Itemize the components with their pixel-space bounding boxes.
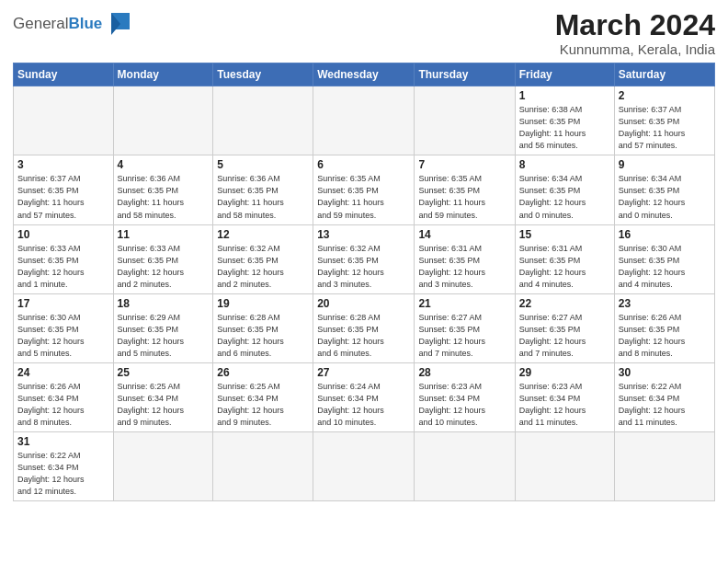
day-info: Sunrise: 6:38 AM Sunset: 6:35 PM Dayligh… xyxy=(519,104,610,152)
day-info: Sunrise: 6:23 AM Sunset: 6:34 PM Dayligh… xyxy=(519,381,610,429)
calendar-cell: 17Sunrise: 6:30 AM Sunset: 6:35 PM Dayli… xyxy=(14,293,114,362)
day-info: Sunrise: 6:31 AM Sunset: 6:35 PM Dayligh… xyxy=(418,243,510,291)
calendar-cell: 6Sunrise: 6:35 AM Sunset: 6:35 PM Daylig… xyxy=(313,155,415,224)
calendar-cell: 27Sunrise: 6:24 AM Sunset: 6:34 PM Dayli… xyxy=(313,362,415,431)
calendar-week-row: 31Sunrise: 6:22 AM Sunset: 6:34 PM Dayli… xyxy=(14,432,715,501)
calendar-cell xyxy=(14,86,114,155)
day-number: 27 xyxy=(317,366,410,379)
day-info: Sunrise: 6:22 AM Sunset: 6:34 PM Dayligh… xyxy=(619,381,711,429)
calendar-cell: 7Sunrise: 6:35 AM Sunset: 6:35 PM Daylig… xyxy=(415,155,515,224)
calendar-table: SundayMondayTuesdayWednesdayThursdayFrid… xyxy=(13,63,715,501)
calendar-cell: 25Sunrise: 6:25 AM Sunset: 6:34 PM Dayli… xyxy=(113,362,213,431)
day-number: 26 xyxy=(217,366,309,379)
day-info: Sunrise: 6:37 AM Sunset: 6:35 PM Dayligh… xyxy=(17,173,109,221)
calendar-subtitle: Kunnumma, Kerala, India xyxy=(555,41,715,57)
weekday-header-sunday: Sunday xyxy=(14,63,114,86)
calendar-cell xyxy=(313,432,415,501)
weekday-header-thursday: Thursday xyxy=(415,63,515,86)
day-number: 31 xyxy=(17,435,109,448)
day-number: 19 xyxy=(217,297,309,310)
calendar-week-row: 3Sunrise: 6:37 AM Sunset: 6:35 PM Daylig… xyxy=(14,155,715,224)
day-number: 5 xyxy=(217,158,309,171)
day-info: Sunrise: 6:33 AM Sunset: 6:35 PM Dayligh… xyxy=(17,243,109,291)
calendar-cell: 13Sunrise: 6:32 AM Sunset: 6:35 PM Dayli… xyxy=(313,224,415,293)
calendar-cell: 28Sunrise: 6:23 AM Sunset: 6:34 PM Dayli… xyxy=(415,362,515,431)
calendar-cell: 9Sunrise: 6:34 AM Sunset: 6:35 PM Daylig… xyxy=(614,155,714,224)
calendar-cell: 29Sunrise: 6:23 AM Sunset: 6:34 PM Dayli… xyxy=(515,362,614,431)
day-info: Sunrise: 6:36 AM Sunset: 6:35 PM Dayligh… xyxy=(118,173,210,221)
day-number: 15 xyxy=(519,228,610,241)
calendar-cell: 14Sunrise: 6:31 AM Sunset: 6:35 PM Dayli… xyxy=(415,224,515,293)
day-info: Sunrise: 6:32 AM Sunset: 6:35 PM Dayligh… xyxy=(217,243,309,291)
calendar-cell: 1Sunrise: 6:38 AM Sunset: 6:35 PM Daylig… xyxy=(515,86,614,155)
day-info: Sunrise: 6:35 AM Sunset: 6:35 PM Dayligh… xyxy=(418,173,510,221)
logo: GeneralBlue xyxy=(13,9,133,39)
weekday-header-wednesday: Wednesday xyxy=(313,63,415,86)
calendar-cell xyxy=(415,86,515,155)
calendar-cell: 15Sunrise: 6:31 AM Sunset: 6:35 PM Dayli… xyxy=(515,224,614,293)
calendar-cell: 18Sunrise: 6:29 AM Sunset: 6:35 PM Dayli… xyxy=(113,293,213,362)
day-number: 4 xyxy=(118,158,210,171)
day-info: Sunrise: 6:23 AM Sunset: 6:34 PM Dayligh… xyxy=(418,381,510,429)
calendar-cell xyxy=(213,432,313,501)
day-number: 7 xyxy=(418,158,510,171)
calendar-week-row: 24Sunrise: 6:26 AM Sunset: 6:34 PM Dayli… xyxy=(14,362,715,431)
calendar-cell: 16Sunrise: 6:30 AM Sunset: 6:35 PM Dayli… xyxy=(614,224,714,293)
day-info: Sunrise: 6:26 AM Sunset: 6:34 PM Dayligh… xyxy=(17,381,109,429)
calendar-cell: 11Sunrise: 6:33 AM Sunset: 6:35 PM Dayli… xyxy=(113,224,213,293)
day-info: Sunrise: 6:32 AM Sunset: 6:35 PM Dayligh… xyxy=(317,243,410,291)
calendar-cell xyxy=(213,86,313,155)
calendar-cell: 3Sunrise: 6:37 AM Sunset: 6:35 PM Daylig… xyxy=(14,155,114,224)
day-info: Sunrise: 6:36 AM Sunset: 6:35 PM Dayligh… xyxy=(217,173,309,221)
weekday-header-saturday: Saturday xyxy=(614,63,714,86)
day-info: Sunrise: 6:34 AM Sunset: 6:35 PM Dayligh… xyxy=(519,173,610,221)
day-number: 20 xyxy=(317,297,410,310)
calendar-cell xyxy=(415,432,515,501)
calendar-cell xyxy=(614,432,714,501)
day-number: 29 xyxy=(519,366,610,379)
day-number: 1 xyxy=(519,89,610,102)
day-info: Sunrise: 6:30 AM Sunset: 6:35 PM Dayligh… xyxy=(619,243,711,291)
weekday-header-monday: Monday xyxy=(113,63,213,86)
day-number: 11 xyxy=(118,228,210,241)
day-number: 12 xyxy=(217,228,309,241)
calendar-cell: 2Sunrise: 6:37 AM Sunset: 6:35 PM Daylig… xyxy=(614,86,714,155)
day-info: Sunrise: 6:25 AM Sunset: 6:34 PM Dayligh… xyxy=(118,381,210,429)
day-info: Sunrise: 6:25 AM Sunset: 6:34 PM Dayligh… xyxy=(217,381,309,429)
calendar-week-row: 1Sunrise: 6:38 AM Sunset: 6:35 PM Daylig… xyxy=(14,86,715,155)
day-info: Sunrise: 6:27 AM Sunset: 6:35 PM Dayligh… xyxy=(418,312,510,360)
calendar-week-row: 17Sunrise: 6:30 AM Sunset: 6:35 PM Dayli… xyxy=(14,293,715,362)
calendar-cell xyxy=(515,432,614,501)
header: GeneralBlue March 2024 Kunnumma, Kerala,… xyxy=(13,9,715,57)
weekday-header-friday: Friday xyxy=(515,63,614,86)
day-info: Sunrise: 6:28 AM Sunset: 6:35 PM Dayligh… xyxy=(217,312,309,360)
logo-icon xyxy=(104,9,133,39)
title-block: March 2024 Kunnumma, Kerala, India xyxy=(555,9,715,57)
calendar-week-row: 10Sunrise: 6:33 AM Sunset: 6:35 PM Dayli… xyxy=(14,224,715,293)
weekday-header-tuesday: Tuesday xyxy=(213,63,313,86)
calendar-cell xyxy=(313,86,415,155)
calendar-cell: 24Sunrise: 6:26 AM Sunset: 6:34 PM Dayli… xyxy=(14,362,114,431)
day-number: 30 xyxy=(619,366,711,379)
day-number: 21 xyxy=(418,297,510,310)
day-info: Sunrise: 6:31 AM Sunset: 6:35 PM Dayligh… xyxy=(519,243,610,291)
day-number: 24 xyxy=(17,366,109,379)
calendar-cell: 20Sunrise: 6:28 AM Sunset: 6:35 PM Dayli… xyxy=(313,293,415,362)
day-number: 14 xyxy=(418,228,510,241)
calendar-cell: 23Sunrise: 6:26 AM Sunset: 6:35 PM Dayli… xyxy=(614,293,714,362)
day-info: Sunrise: 6:22 AM Sunset: 6:34 PM Dayligh… xyxy=(17,450,109,498)
day-number: 6 xyxy=(317,158,410,171)
day-number: 23 xyxy=(619,297,711,310)
logo-general: GeneralBlue xyxy=(13,16,102,33)
calendar-cell: 21Sunrise: 6:27 AM Sunset: 6:35 PM Dayli… xyxy=(415,293,515,362)
calendar-cell: 10Sunrise: 6:33 AM Sunset: 6:35 PM Dayli… xyxy=(14,224,114,293)
day-info: Sunrise: 6:37 AM Sunset: 6:35 PM Dayligh… xyxy=(619,104,711,152)
calendar-cell: 31Sunrise: 6:22 AM Sunset: 6:34 PM Dayli… xyxy=(14,432,114,501)
day-info: Sunrise: 6:30 AM Sunset: 6:35 PM Dayligh… xyxy=(17,312,109,360)
weekday-header-row: SundayMondayTuesdayWednesdayThursdayFrid… xyxy=(14,63,715,86)
day-number: 9 xyxy=(619,158,711,171)
calendar-cell: 4Sunrise: 6:36 AM Sunset: 6:35 PM Daylig… xyxy=(113,155,213,224)
day-info: Sunrise: 6:27 AM Sunset: 6:35 PM Dayligh… xyxy=(519,312,610,360)
day-number: 16 xyxy=(619,228,711,241)
day-info: Sunrise: 6:33 AM Sunset: 6:35 PM Dayligh… xyxy=(118,243,210,291)
